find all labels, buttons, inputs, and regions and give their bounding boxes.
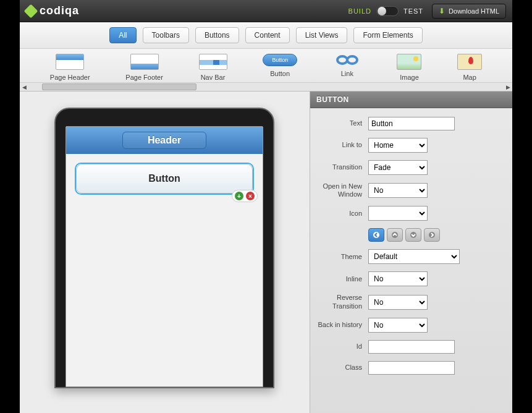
logo-icon	[24, 4, 38, 18]
build-test-toggle: BUILD TEST	[348, 6, 424, 16]
palette: Page Header Page Footer Nav Bar Button B…	[20, 49, 512, 92]
icon-pos-right[interactable]	[424, 228, 440, 242]
palette-image[interactable]: Image	[397, 54, 421, 81]
delete-handle-icon[interactable]: ×	[246, 192, 255, 200]
label-text: Text	[310, 119, 362, 127]
link-icon	[333, 54, 361, 66]
svg-point-0	[337, 56, 347, 64]
category-buttons[interactable]: Buttons	[195, 27, 239, 43]
icon-pos-left[interactable]	[368, 228, 384, 242]
device-screen[interactable]: Header Button + ×	[65, 126, 263, 387]
icon-pos-bottom[interactable]	[405, 228, 421, 242]
button-icon: Button	[263, 54, 297, 66]
icon-pos-top[interactable]	[387, 228, 403, 242]
label-theme: Theme	[310, 253, 362, 261]
logo: codiqa	[26, 4, 79, 17]
scroll-thumb[interactable]	[42, 83, 196, 90]
label-transition: Transition	[310, 163, 362, 171]
label-class: Class	[310, 364, 362, 372]
select-transition[interactable]: Fade	[368, 160, 428, 175]
download-icon: ⬇	[439, 7, 445, 15]
palette-label: Nav Bar	[201, 74, 226, 81]
logo-text: codiqa	[40, 4, 79, 17]
palette-map[interactable]: Map	[457, 54, 482, 81]
category-tabs: All Toolbars Buttons Content List Views …	[20, 22, 512, 49]
screen-header-title: Header	[122, 132, 206, 149]
device-frame: Header Button + ×	[54, 108, 274, 388]
select-icon[interactable]	[368, 206, 428, 221]
category-toolbars[interactable]: Toolbars	[143, 27, 189, 43]
select-inline[interactable]: No	[368, 271, 428, 286]
select-back-hist[interactable]: No	[368, 318, 428, 333]
properties-title: BUTTON	[310, 92, 512, 108]
label-back-hist: Back in history	[310, 321, 362, 329]
scroll-left-icon[interactable]: ◀	[20, 83, 28, 92]
palette-page-footer[interactable]: Page Footer	[125, 54, 163, 81]
palette-label: Page Footer	[125, 74, 163, 81]
page-header-icon	[56, 54, 84, 70]
palette-label: Button	[270, 70, 290, 77]
label-icon: Icon	[310, 210, 362, 218]
palette-button[interactable]: Button Button	[263, 54, 297, 81]
label-inline: Inline	[310, 275, 362, 283]
svg-point-3	[392, 232, 398, 238]
svg-point-1	[347, 56, 357, 64]
palette-label: Map	[463, 74, 476, 81]
select-open-new[interactable]: No	[368, 183, 428, 198]
selected-element[interactable]: Button + ×	[75, 163, 254, 195]
label-link-to: Link to	[310, 141, 362, 149]
test-label: TEST	[403, 7, 423, 15]
add-handle-icon[interactable]: +	[235, 192, 243, 200]
input-text[interactable]	[368, 117, 455, 130]
page-footer-icon	[130, 54, 159, 70]
svg-point-5	[429, 232, 435, 238]
palette-nav-bar[interactable]: Nav Bar	[199, 54, 227, 81]
svg-point-4	[410, 232, 416, 238]
category-form-elements[interactable]: Form Elements	[353, 27, 422, 43]
category-content[interactable]: Content	[245, 27, 290, 43]
canvas-button[interactable]: Button	[76, 164, 253, 194]
mode-switch[interactable]	[376, 6, 399, 16]
palette-label: Link	[341, 70, 353, 77]
topbar: codiqa BUILD TEST ⬇ Download HTML	[20, 0, 512, 22]
palette-label: Image	[400, 74, 419, 81]
palette-scrollbar[interactable]: ◀ ▶	[20, 82, 512, 91]
screen-header[interactable]: Header	[66, 127, 263, 154]
palette-link[interactable]: Link	[333, 54, 361, 81]
map-icon	[457, 54, 482, 70]
canvas: Header Button + ×	[20, 92, 310, 413]
input-id[interactable]	[368, 340, 455, 354]
select-link-to[interactable]: Home	[368, 138, 428, 153]
label-open-new: Open in New Window	[310, 182, 362, 198]
palette-page-header[interactable]: Page Header	[50, 54, 90, 81]
nav-bar-icon	[199, 54, 227, 70]
select-theme[interactable]: Default	[368, 249, 460, 264]
properties-panel: BUTTON Text Link to Home Transition Fade	[310, 92, 512, 413]
label-id: Id	[310, 343, 362, 351]
image-icon	[397, 54, 421, 70]
svg-point-2	[373, 232, 379, 238]
category-list-views[interactable]: List Views	[296, 27, 348, 43]
build-label: BUILD	[348, 7, 371, 15]
palette-label: Page Header	[50, 74, 90, 81]
label-rev-trans: Reverse Transition	[310, 294, 362, 310]
scroll-right-icon[interactable]: ▶	[504, 83, 512, 92]
input-class[interactable]	[368, 361, 455, 375]
download-label: Download HTML	[449, 7, 499, 15]
category-all[interactable]: All	[109, 27, 136, 43]
download-html-button[interactable]: ⬇ Download HTML	[432, 4, 506, 19]
select-rev-trans[interactable]: No	[368, 295, 428, 310]
